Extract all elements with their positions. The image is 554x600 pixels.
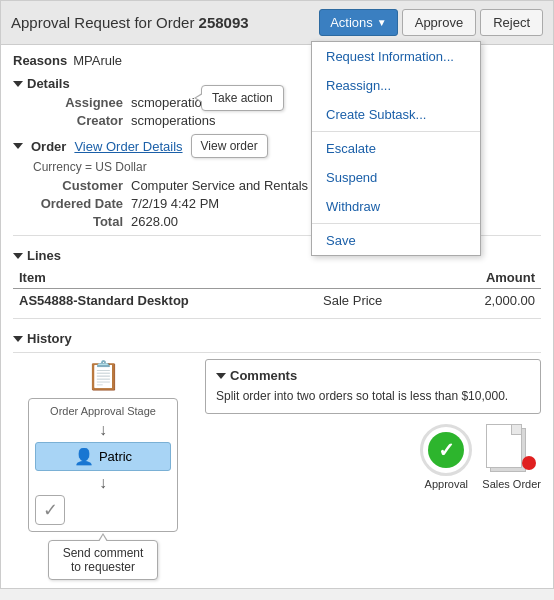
reasons-value: MPArule (73, 53, 122, 68)
assignee-name: Patric (99, 449, 132, 464)
dropdown-item-request-info[interactable]: Request Information... (312, 42, 480, 71)
approval-checkmark-icon: ✓ (428, 432, 464, 468)
history-left: 📋 Order Approval Stage ↓ 👤 Patric ↓ ✓ Se… (13, 359, 193, 580)
history-section: History 📋 Order Approval Stage ↓ 👤 Patri… (13, 318, 541, 580)
dropdown-item-suspend[interactable]: Suspend (312, 163, 480, 192)
chevron-down-icon: ▼ (377, 17, 387, 28)
header: Approval Request for Order 258093 Action… (1, 1, 553, 45)
assignee-label: Assignee (33, 95, 123, 110)
page-stack (486, 424, 532, 474)
lines-table: Item Amount AS54888-Standard Desktop Sal… (13, 267, 541, 312)
dropdown-item-reassign[interactable]: Reassign... (312, 71, 480, 100)
lines-col-item: Item (13, 267, 317, 289)
customer-label: Customer (33, 178, 123, 193)
history-right: Comments Split order into two orders so … (205, 359, 541, 580)
currency-label: Currency = US Dollar (33, 160, 147, 174)
approval-circle: ✓ (420, 424, 472, 476)
page-title: Approval Request for Order 258093 (11, 14, 249, 31)
total-label: Total (33, 214, 123, 229)
dropdown-item-withdraw[interactable]: Withdraw (312, 192, 480, 221)
stage-box: Order Approval Stage ↓ 👤 Patric ↓ ✓ (28, 398, 178, 532)
line-item-name: AS54888-Standard Desktop (13, 289, 317, 313)
history-label: History (27, 331, 72, 346)
actions-label: Actions (330, 15, 373, 30)
actions-button[interactable]: Actions ▼ (319, 9, 398, 36)
arrow-down-icon: ↓ (35, 421, 171, 439)
lines-label: Lines (27, 248, 61, 263)
send-comment-callout: Send comment to requester (48, 540, 158, 580)
title-prefix: Approval Request for Order (11, 14, 194, 31)
order-number: 258093 (199, 14, 249, 31)
history-content: 📋 Order Approval Stage ↓ 👤 Patric ↓ ✓ Se… (13, 352, 541, 580)
triangle-down-icon-order (13, 143, 23, 149)
dropdown-item-create-subtask[interactable]: Create Subtask... (312, 100, 480, 129)
table-row: AS54888-Standard Desktop Sale Price 2,00… (13, 289, 541, 313)
approve-button[interactable]: Approve (402, 9, 476, 36)
dropdown-divider-2 (312, 223, 480, 224)
triangle-down-icon-comments (216, 373, 226, 379)
dropdown-divider-1 (312, 131, 480, 132)
approval-icon-wrap: ✓ Approval (420, 424, 472, 490)
history-section-header: History (13, 331, 541, 346)
reject-button[interactable]: Reject (480, 9, 543, 36)
clipboard-icon: 📋 (86, 359, 121, 392)
stage-label: Order Approval Stage (35, 405, 171, 417)
icons-row: ✓ Approval (205, 424, 541, 490)
comments-text: Split order into two orders so total is … (216, 388, 530, 405)
dropdown-item-escalate[interactable]: Escalate (312, 134, 480, 163)
sales-order-wrap: Sales Order (482, 424, 541, 490)
page-corner (511, 425, 521, 435)
view-order-callout-text: View order (201, 139, 258, 153)
reasons-label: Reasons (13, 53, 67, 68)
triangle-down-icon (13, 81, 23, 87)
ordered-date-label: Ordered Date (33, 196, 123, 211)
lines-table-header-row: Item Amount (13, 267, 541, 289)
comments-header: Comments (216, 368, 530, 383)
details-label: Details (27, 76, 70, 91)
send-comment-text: Send comment to requester (63, 546, 144, 574)
take-action-label: Take action (212, 91, 273, 105)
line-item-amount: 2,000.00 (436, 289, 541, 313)
patric-box: 👤 Patric (35, 442, 171, 471)
header-buttons: Actions ▼ Approve Reject Request Informa… (319, 9, 543, 36)
view-order-callout: View order (191, 134, 268, 158)
view-order-details-link[interactable]: View Order Details (74, 139, 182, 154)
line-item-price-type: Sale Price (317, 289, 436, 313)
main-container: Approval Request for Order 258093 Action… (0, 0, 554, 589)
comments-label: Comments (230, 368, 297, 383)
page-red-dot (522, 456, 536, 470)
approval-label: Approval (425, 478, 468, 490)
triangle-down-icon-lines (13, 253, 23, 259)
lines-col-amount: Amount (436, 267, 541, 289)
page-front (486, 424, 522, 468)
sales-order-icon (486, 424, 538, 476)
dropdown-item-save[interactable]: Save (312, 226, 480, 255)
triangle-down-icon-history (13, 336, 23, 342)
comments-box: Comments Split order into two orders so … (205, 359, 541, 414)
user-icon: 👤 (74, 447, 94, 466)
sales-order-label: Sales Order (482, 478, 541, 490)
arrow-down-icon-2: ↓ (35, 474, 171, 492)
actions-dropdown: Request Information... Reassign... Creat… (311, 41, 481, 256)
lines-col-spacer (317, 267, 436, 289)
order-label: Order (31, 139, 66, 154)
take-action-callout: Take action (201, 85, 284, 111)
creator-label: Creator (33, 113, 123, 128)
completion-checkmark-icon: ✓ (35, 495, 65, 525)
